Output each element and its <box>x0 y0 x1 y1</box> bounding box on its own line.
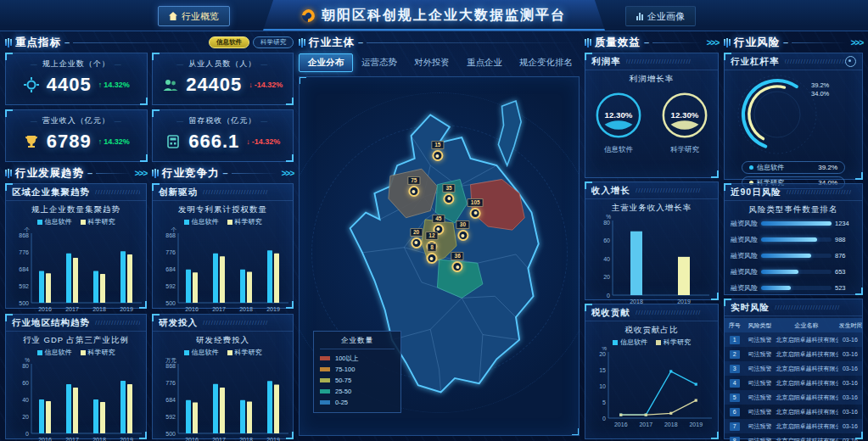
section-title-kpi: 重点指标 <box>15 36 61 50</box>
svg-text:2018: 2018 <box>92 306 106 312</box>
table-row[interactable]: 2司法预警北京启阳卓越科技有限公司03-16 <box>725 347 862 361</box>
expand-arrows-icon[interactable]: >>> <box>281 169 294 178</box>
card-region-agglomeration: 区域企业集聚趋势 规上企业数量集聚趋势信息软件科学研究5005926847768… <box>5 183 147 309</box>
legend-swatch <box>320 356 330 360</box>
industry-tab-1[interactable]: 运营态势 <box>353 54 406 71</box>
kpi-card-2: 营业收入（亿元） 6789 ↑14.32% <box>5 109 148 162</box>
kpi-tab-1[interactable]: 科学研究 <box>253 36 294 48</box>
kpi-value: 24405 <box>186 74 242 96</box>
kpi-category-tabs: 信息软件科学研究 <box>209 36 294 48</box>
marker-value: 12 <box>425 232 438 240</box>
kpi-card-title: 从业人员数（人） <box>153 59 294 70</box>
card-subtitle: 税收贡献 <box>591 307 630 319</box>
map-marker[interactable]: 8 <box>426 243 437 264</box>
risk-rank-row: 融资风险653 <box>725 264 862 280</box>
expand-arrows-icon[interactable]: >>> <box>706 38 719 47</box>
table-row[interactable]: 6司法预警北京启阳卓越科技有限公司03-16 <box>725 405 862 419</box>
map-marker[interactable]: 75 <box>407 176 420 197</box>
kpi-card-3: 留存税收（亿元） 666.1 ↓-14.32% <box>152 109 294 162</box>
svg-text:776: 776 <box>19 249 29 255</box>
svg-text:2016: 2016 <box>185 306 199 312</box>
top-header: 行业概览 朝阳区科创规上企业大数据监测平台 企业画像 <box>0 0 868 31</box>
risk-type-ranking: 融资风险1234融资风险988融资风险876融资风险653融资风险523 <box>725 215 862 296</box>
ring-label: 科学研究 <box>659 145 710 155</box>
industry-tab-2[interactable]: 对外投资 <box>406 54 458 71</box>
table-row[interactable]: 7司法预警北京启阳卓越科技有限公司03-16 <box>725 419 862 433</box>
card-realtime-risk: 实时风险 序号风险类型企业名称发生时间1司法预警北京启阳卓越科技有限公司03-1… <box>724 299 863 439</box>
kpi-delta: ↓-14.32% <box>249 81 283 89</box>
svg-text:%: % <box>602 347 607 351</box>
expand-arrows-icon[interactable]: >>> <box>134 169 147 178</box>
svg-text:60: 60 <box>22 380 29 386</box>
svg-text:500: 500 <box>165 300 176 306</box>
svg-text:684: 684 <box>165 397 176 403</box>
map-marker[interactable]: 105 <box>468 198 484 219</box>
realtime-risk-table[interactable]: 序号风险类型企业名称发生时间1司法预警北京启阳卓越科技有限公司03-162司法预… <box>725 318 862 441</box>
section-mark-icon <box>5 169 12 178</box>
svg-text:2017: 2017 <box>212 437 226 441</box>
chart-income-growth: 主营业务收入增长率020406080%20182019 <box>585 203 718 309</box>
card-income-growth: 收入增长 主营业务收入增长率020406080%20182019 <box>585 181 719 300</box>
svg-text:2016: 2016 <box>38 306 52 312</box>
map-marker[interactable]: 36 <box>451 252 464 272</box>
map-marker[interactable]: 20 <box>410 228 423 248</box>
section-mark-icon <box>299 38 305 47</box>
expand-arrows-icon[interactable]: >>> <box>850 38 863 47</box>
industry-tab-3[interactable]: 重点企业 <box>458 54 511 71</box>
chart-tax-ratio: 税收贡献占比信息软件科学研究05101520%2016201720182019 <box>585 325 718 432</box>
chart-legend: 信息软件科学研究 <box>153 348 293 357</box>
kpi-value: 4405 <box>47 74 92 96</box>
down-arrow-icon: ↓ <box>249 81 253 89</box>
kpi-tab-0[interactable]: 信息软件 <box>209 36 249 48</box>
pin-icon <box>411 237 422 248</box>
map-legend-title: 企业数量 <box>320 336 395 349</box>
svg-text:2019: 2019 <box>120 306 133 312</box>
svg-text:个: 个 <box>24 226 30 232</box>
svg-text:684: 684 <box>165 266 176 272</box>
settings-icon[interactable] <box>845 56 856 67</box>
table-row[interactable]: 8司法预警北京启阳卓越科技有限公司03-16 <box>725 433 862 441</box>
card-subtitle: 近90日风险 <box>731 187 781 198</box>
legend-swatch <box>320 367 330 371</box>
marker-value: 36 <box>451 252 464 260</box>
svg-text:776: 776 <box>165 249 176 255</box>
card-recent-risk: 近90日风险 风险类型事件数量排名 融资风险1234融资风险988融资风险876… <box>724 183 863 295</box>
svg-text:40: 40 <box>22 397 29 403</box>
table-row[interactable]: 5司法预警北京启阳卓越科技有限公司03-16 <box>725 390 862 405</box>
map-legend-item: 25-50 <box>320 386 395 397</box>
svg-text:2016: 2016 <box>38 437 52 441</box>
svg-text:80: 80 <box>603 220 610 226</box>
kpi-card-0: 规上企业数（个） 4405 ↑14.32% <box>5 53 148 105</box>
people-icon <box>162 76 179 93</box>
table-row[interactable]: 1司法预警北京启阳卓越科技有限公司03-16 <box>725 332 862 347</box>
nav-enterprise-profile[interactable]: 企业画像 <box>625 6 696 26</box>
industry-tab-0[interactable]: 企业分布 <box>299 53 353 72</box>
page-title: 朝阳区科创规上企业大数据监测平台 <box>322 7 566 25</box>
svg-text:2017: 2017 <box>65 437 79 441</box>
pin-icon <box>457 230 468 241</box>
map-legend-item: 50-75 <box>320 375 395 386</box>
svg-text:2018: 2018 <box>239 306 253 312</box>
map-legend-item: 100以上 <box>320 353 395 364</box>
up-arrow-icon: ↑ <box>98 137 103 146</box>
map-marker[interactable]: 15 <box>431 141 444 161</box>
svg-text:%: % <box>25 357 30 363</box>
table-row[interactable]: 3司法预警北京启阳卓越科技有限公司03-16 <box>725 361 862 376</box>
map-legend-item: 75-100 <box>320 364 395 375</box>
svg-text:10: 10 <box>599 383 606 389</box>
svg-text:2019: 2019 <box>266 306 280 312</box>
map-marker[interactable]: 35 <box>442 184 455 204</box>
pin-icon <box>408 186 419 197</box>
chart-patents: 发明专利累计授权数量信息软件科学研究500592684776868个201620… <box>153 204 293 316</box>
panel-key-indicators: 重点指标 – 信息软件科学研究 规上企业数（个） 4405 ↑14.32%从业人… <box>5 36 294 163</box>
table-row[interactable]: 4司法预警北京启阳卓越科技有限公司03-16 <box>725 376 862 390</box>
svg-text:868: 868 <box>19 232 29 238</box>
svg-text:20: 20 <box>603 274 610 280</box>
industry-tab-4[interactable]: 规企变化排名 <box>511 54 581 71</box>
map-marker[interactable]: 30 <box>456 220 469 241</box>
svg-text:2017: 2017 <box>65 306 79 312</box>
down-arrow-icon: ↓ <box>246 137 250 146</box>
card-innovation: 创新驱动 发明专利累计授权数量信息软件科学研究500592684776868个2… <box>152 183 294 309</box>
chart-legend: 信息软件科学研究 <box>585 338 718 347</box>
marker-value: 75 <box>407 176 420 185</box>
